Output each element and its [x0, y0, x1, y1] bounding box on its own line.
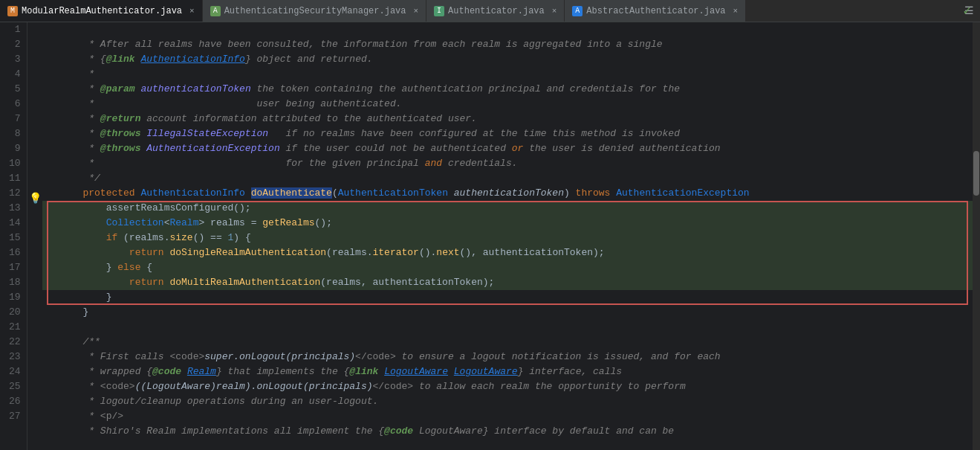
tab-authenticating-security-manager[interactable]: A AuthenticatingSecurityManager.java × — [203, 0, 426, 22]
editor: 1 2 3 4 5 6 7 8 9 10 11 12 13 14 15 16 1… — [0, 22, 980, 450]
tab-close-authenticating[interactable]: × — [414, 7, 419, 16]
tab-close-authenticator[interactable]: × — [552, 7, 557, 16]
code-area[interactable]: * After all realms have been consulted, … — [42, 22, 980, 450]
code-line-20 — [42, 305, 980, 320]
code-line-11: protected AuthenticationInfo doAuthentic… — [42, 171, 980, 186]
tab-authenticator[interactable]: I Authenticator.java × — [426, 0, 565, 22]
bulb-icon[interactable]: 💡 — [29, 192, 42, 205]
code-line-17: return doMultiRealmAuthentication(realms… — [42, 260, 980, 275]
line-numbers: 1 2 3 4 5 6 7 8 9 10 11 12 13 14 15 16 1… — [0, 22, 27, 450]
code-line-19: } — [42, 290, 980, 305]
scrollbar-thumb[interactable] — [973, 151, 979, 196]
tab-icon-authenticator: I — [434, 6, 444, 16]
tab-label-authenticator: Authenticator.java — [448, 6, 545, 16]
tab-modular-realm-authenticator[interactable]: M ModularRealmAuthenticator.java × — [0, 0, 203, 22]
code-line-4: * @param authenticationToken the token c… — [42, 67, 980, 82]
tab-close-abstract[interactable]: × — [733, 7, 739, 16]
tab-bar: M ModularRealmAuthenticator.java × A Aut… — [0, 0, 980, 22]
tab-close-modular[interactable]: × — [189, 7, 195, 16]
tab-icon-abstract: A — [572, 6, 583, 16]
tab-icon-authenticating: A — [210, 6, 221, 16]
code-line-21: /** — [42, 320, 980, 335]
tab-label-modular: ModularRealmAuthenticator.java — [22, 6, 182, 16]
indicators-column: 💡 — [27, 22, 42, 450]
scrollbar[interactable] — [973, 22, 980, 450]
code-line-1: * After all realms have been consulted, … — [42, 22, 980, 37]
code-line-22: * First calls <code>super.onLogout(princ… — [42, 335, 980, 350]
tab-label-abstract: AbstractAuthenticator.java — [586, 6, 725, 16]
check-mark: ✓ — [963, 2, 971, 19]
tab-label-authenticating: AuthenticatingSecurityManager.java — [224, 6, 406, 16]
tab-icon-modular: M — [7, 6, 18, 16]
tab-abstract-authenticator[interactable]: A AbstractAuthenticator.java × — [565, 0, 746, 22]
code-line-27: * Shiro's Realm implementations all impl… — [42, 409, 980, 424]
